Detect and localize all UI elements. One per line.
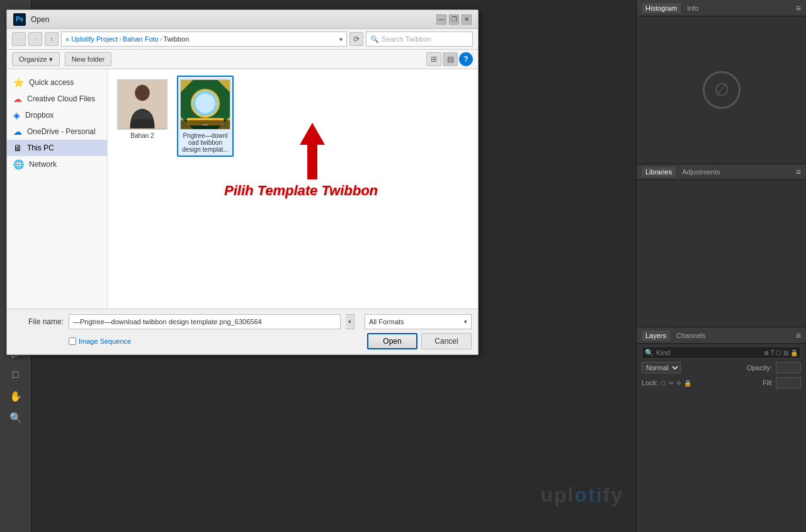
nav-network[interactable]: 🌐 Network xyxy=(7,156,107,173)
libs-panel-menu-icon[interactable]: ≡ xyxy=(796,167,801,177)
blend-mode-select[interactable]: Normal xyxy=(642,362,681,373)
nav-this-pc-label: This PC xyxy=(27,144,54,152)
opacity-label: Opacity: xyxy=(747,364,772,371)
watermark: uplotify xyxy=(540,484,623,507)
refresh-button[interactable]: ⟳ xyxy=(349,32,363,46)
tab-channels[interactable]: Channels xyxy=(673,331,709,341)
view-icon-button[interactable]: ⊞ xyxy=(426,52,441,66)
search-icon: 🔍 xyxy=(370,35,379,43)
filename-dropdown-arrow[interactable]: ▾ xyxy=(346,314,355,329)
new-folder-button[interactable]: New folder xyxy=(65,52,112,66)
dialog-footer: File name: ▾ All Formats ▾ Image Sequenc… xyxy=(7,308,478,354)
right-panel: Histogram Info ≡ ∅ Libraries Adjustments… xyxy=(636,0,806,532)
layer-lock-row: Lock: ⬡ ✏ ✛ 🔒 Fill: xyxy=(642,376,801,389)
lock-image-icon[interactable]: ✏ xyxy=(669,380,674,387)
breadcrumb-mid[interactable]: Bahan Foto xyxy=(123,35,159,43)
dialog-title: Open xyxy=(31,15,436,24)
fill-input[interactable] xyxy=(776,377,801,388)
histogram-tabs: Histogram Info ≡ xyxy=(637,0,806,16)
format-select[interactable]: All Formats ▾ xyxy=(365,314,472,329)
lock-all-icon[interactable]: 🔒 xyxy=(684,380,691,387)
layers-panel: Layers Channels ≡ 🔍 Kind ⊕ T ⬡ ⊞ 🔒 Norma… xyxy=(637,327,806,532)
tab-histogram[interactable]: Histogram xyxy=(642,3,681,13)
histogram-panel: Histogram Info ≡ ∅ Libraries Adjustments… xyxy=(637,0,806,327)
twibbon-preview: — xyxy=(181,80,230,129)
tab-info[interactable]: Info xyxy=(683,3,702,13)
nav-onedrive-label: OneDrive - Personal xyxy=(27,127,96,136)
nav-this-pc[interactable]: 🖥 This PC xyxy=(7,140,107,156)
panel-menu-icon[interactable]: ≡ xyxy=(796,3,801,13)
layers-search-bar[interactable]: 🔍 Kind ⊕ T ⬡ ⊞ 🔒 xyxy=(642,346,801,359)
person-silhouette-svg xyxy=(118,79,167,129)
lock-transparent-icon[interactable]: ⬡ xyxy=(661,380,666,387)
dropbox-icon: ◈ xyxy=(13,110,20,120)
up-button[interactable]: ↑ xyxy=(45,32,59,46)
address-bar[interactable]: « Uplotify Project › Bahan Foto › Twibbo… xyxy=(61,31,347,47)
search-icon: 🔍 xyxy=(645,349,654,357)
organize-button[interactable]: Organize ▾ xyxy=(12,52,60,66)
nav-onedrive[interactable]: ☁ OneDrive - Personal xyxy=(7,123,107,140)
file-name-twibbon: Pngtree—download twibbondesign templat..… xyxy=(182,132,228,153)
quick-access-icon: ⭐ xyxy=(13,77,24,88)
breadcrumb-current: Twibbon xyxy=(163,35,189,43)
lock-position-icon[interactable]: ✛ xyxy=(676,380,681,387)
dialog-toolbar: ‹ › ↑ « Uplotify Project › Bahan Foto › … xyxy=(7,29,478,50)
nav-dropbox-label: Dropbox xyxy=(25,111,54,120)
watermark-suffix: fy xyxy=(603,484,623,506)
view-tiles-button[interactable]: ▤ xyxy=(443,52,458,66)
image-sequence-checkbox[interactable]: Image Sequence xyxy=(69,337,131,345)
watermark-prefix: upl xyxy=(540,484,574,506)
dialog-overlay: Ps Open — ❐ ✕ ‹ › ↑ « Uplotify Project ›… xyxy=(0,0,479,532)
left-nav: ⭐ Quick access ☁ Creative Cloud Files ◈ … xyxy=(7,69,108,308)
tab-layers[interactable]: Layers xyxy=(642,331,670,341)
button-row: Image Sequence Open Cancel xyxy=(13,333,472,349)
restore-button[interactable]: ❐ xyxy=(449,14,459,25)
onedrive-icon: ☁ xyxy=(13,127,22,137)
svg-point-1 xyxy=(135,85,149,101)
image-sequence-check[interactable] xyxy=(69,337,76,345)
minimize-button[interactable]: — xyxy=(436,14,446,25)
dialog-body: ⭐ Quick access ☁ Creative Cloud Files ◈ … xyxy=(7,69,478,308)
person-photo xyxy=(118,80,167,129)
nav-dropbox[interactable]: ◈ Dropbox xyxy=(7,107,107,123)
this-pc-icon: 🖥 xyxy=(13,143,22,153)
opacity-input[interactable] xyxy=(776,362,801,373)
lock-label: Lock: xyxy=(642,379,658,387)
creative-cloud-icon: ☁ xyxy=(13,94,22,104)
help-button[interactable]: ? xyxy=(459,52,473,66)
file-item-bahan2[interactable]: Bahan 2 xyxy=(114,76,171,157)
breadcrumb-root[interactable]: « Uplotify Project xyxy=(65,35,118,43)
svg-marker-11 xyxy=(300,123,325,179)
breadcrumb-sep1: › xyxy=(119,35,122,43)
open-button[interactable]: Open xyxy=(367,333,417,349)
empty-histogram: ∅ xyxy=(703,71,741,109)
filename-input[interactable] xyxy=(69,314,341,329)
actions-toolbar: Organize ▾ New folder ⊞ ▤ ? xyxy=(7,50,478,69)
cancel-button[interactable]: Cancel xyxy=(421,333,472,349)
breadcrumb-sep2: › xyxy=(160,35,162,43)
fill-label: Fill: xyxy=(763,379,773,387)
titlebar-buttons: — ❐ ✕ xyxy=(436,14,472,25)
file-thumb-twibbon: — xyxy=(180,79,230,130)
file-thumb-bahan2 xyxy=(117,79,167,130)
address-dropdown-icon[interactable]: ▾ xyxy=(339,36,343,43)
ps-logo: Ps xyxy=(13,13,26,26)
file-item-twibbon[interactable]: — Pngtree—download twibbondesign templat… xyxy=(177,76,234,157)
back-button[interactable]: ‹ xyxy=(12,32,26,46)
nav-creative-cloud[interactable]: ☁ Creative Cloud Files xyxy=(7,91,107,107)
annotation-container: Pilih Template Twibbon xyxy=(293,123,331,181)
files-area: Bahan 2 xyxy=(108,69,478,308)
file-name-bahan2: Bahan 2 xyxy=(130,132,154,139)
annotation-label: Pilih Template Twibbon xyxy=(224,183,378,199)
forward-button[interactable]: › xyxy=(28,32,42,46)
layers-tabs: Layers Channels ≡ xyxy=(637,327,806,344)
search-box[interactable]: 🔍 Search Twibbon xyxy=(366,31,473,47)
layers-panel-menu-icon[interactable]: ≡ xyxy=(796,331,801,341)
breadcrumb: « Uplotify Project › Bahan Foto › Twibbo… xyxy=(65,35,336,43)
kind-label: Kind xyxy=(656,349,670,356)
nav-quick-access[interactable]: ⭐ Quick access xyxy=(7,74,107,91)
view-icons: ⊞ ▤ ? xyxy=(426,52,473,66)
tab-libraries[interactable]: Libraries xyxy=(642,167,676,177)
tab-adjustments[interactable]: Adjustments xyxy=(678,167,724,177)
close-button[interactable]: ✕ xyxy=(462,14,472,25)
